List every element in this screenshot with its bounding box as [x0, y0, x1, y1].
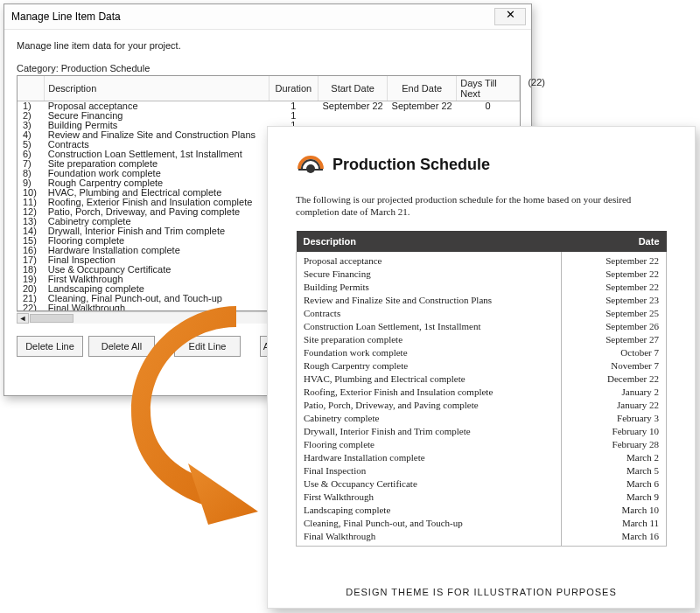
schedule-row: Secure FinancingSeptember 22: [297, 268, 667, 281]
cell-description: Use & Occupancy Certificate: [297, 477, 562, 491]
cell-description: Site preparation complete: [297, 333, 562, 346]
schedule-row: Final InspectionMarch 5: [297, 464, 667, 477]
cell-date: September 22: [562, 268, 667, 281]
cell-date: September 22: [562, 281, 667, 294]
cell-description: Hardware Installation complete: [297, 451, 562, 464]
cell-description: Secure Financing: [297, 268, 562, 281]
cell-date: January 22: [562, 399, 667, 412]
cell-description: Final Inspection: [297, 464, 562, 477]
schedule-row: Construction Loan Settlement, 1st Instal…: [297, 320, 667, 333]
col-description[interactable]: Description: [45, 76, 269, 101]
schedule-row: Foundation work completeOctober 7: [297, 346, 667, 359]
cell-date: January 2: [562, 386, 667, 399]
scroll-left-icon[interactable]: ◄: [17, 313, 29, 324]
cell-date: September 27: [562, 333, 667, 346]
cell-date: March 9: [562, 491, 667, 504]
schedule-row: Site preparation completeSeptember 27: [297, 333, 667, 346]
cell-description: Rough Carpentry complete: [297, 359, 562, 373]
schedule-row: Flooring completeFebruary 28: [297, 438, 667, 451]
col-start-date[interactable]: Start Date: [318, 76, 388, 101]
cell-description: Foundation work complete: [297, 346, 562, 359]
cell-number: 22): [18, 303, 45, 311]
cell-date: October 7: [562, 346, 667, 359]
row-count: (22): [528, 77, 545, 87]
delete-line-button[interactable]: Delete Line: [17, 336, 83, 357]
col-duration[interactable]: Duration: [269, 76, 318, 101]
cell-description: Building Permits: [297, 281, 562, 294]
schedule-row: Cabinetry completeFebruary 3: [297, 412, 667, 425]
logo-icon: [296, 151, 326, 178]
cell-date: November 7: [562, 359, 667, 373]
cell-date: February 28: [562, 438, 667, 451]
schedule-row: Final WalkthroughMarch 16: [297, 530, 667, 547]
schedule-row: ContractsSeptember 25: [297, 307, 667, 320]
cell-description: Review and Finalize Site and Constructio…: [297, 294, 562, 307]
cell-date: February 10: [562, 425, 667, 438]
dialog-titlebar: Manage Line Item Data ✕: [4, 4, 531, 30]
schedule-row: Hardware Installation completeMarch 2: [297, 451, 667, 464]
scroll-thumb[interactable]: [30, 314, 74, 323]
schedule-row: Landscaping completeMarch 10: [297, 504, 667, 517]
schedule-row: Roofing, Exterior Finish and Insulation …: [297, 386, 667, 399]
dialog-title: Manage Line Item Data: [11, 10, 121, 23]
close-icon[interactable]: ✕: [494, 8, 526, 25]
cell-date: December 22: [562, 373, 667, 386]
dialog-subtitle: Manage line item data for your project.: [17, 40, 521, 51]
category-label: Category: Production Schedule: [17, 63, 521, 73]
delete-all-button[interactable]: Delete All: [88, 336, 155, 357]
cell-description: Final Walkthrough: [297, 530, 562, 547]
schedule-row: Review and Finalize Site and Constructio…: [297, 294, 667, 307]
cell-days-till-next: 0: [457, 101, 520, 112]
cell-description: Construction Loan Settlement, 1st Instal…: [297, 320, 562, 333]
cell-description: First Walkthrough: [297, 491, 562, 504]
cell-date: March 11: [562, 517, 667, 530]
schedule-row: Cleaning, Final Punch-out, and Touch-upM…: [297, 517, 667, 530]
cell-description: Drywall, Interior Finish and Trim comple…: [297, 425, 562, 438]
document-title: Production Schedule: [332, 156, 490, 174]
schedule-row: Building PermitsSeptember 22: [297, 281, 667, 294]
col-days-till-next[interactable]: Days Till Next: [457, 76, 520, 101]
doc-col-description: Description: [297, 231, 562, 252]
cell-date: March 6: [562, 477, 667, 491]
col-end-date[interactable]: End Date: [388, 76, 457, 101]
document-intro: The following is our projected productio…: [296, 193, 667, 219]
cell-description: Landscaping complete: [297, 504, 562, 517]
col-number[interactable]: [18, 76, 45, 101]
cell-description: Cabinetry complete: [297, 412, 562, 425]
cell-description: HVAC, Plumbing and Electrical complete: [297, 373, 562, 386]
cell-description: Patio, Porch, Driveway, and Paving compl…: [297, 399, 562, 412]
cell-date: March 2: [562, 451, 667, 464]
cell-start-date: September 22: [318, 101, 388, 112]
cell-date: September 26: [562, 320, 667, 333]
cell-description: Proposal acceptance: [297, 252, 562, 268]
cell-date: March 10: [562, 504, 667, 517]
cell-date: September 25: [562, 307, 667, 320]
schedule-row: First WalkthroughMarch 9: [297, 491, 667, 504]
cell-description: Final Walkthrough: [45, 303, 269, 311]
schedule-row: Use & Occupancy CertificateMarch 6: [297, 477, 667, 491]
edit-line-button[interactable]: Edit Line: [174, 336, 241, 357]
svg-rect-1: [298, 169, 323, 171]
cell-end-date: [388, 111, 457, 121]
cell-start-date: [318, 111, 388, 121]
cell-date: February 3: [562, 412, 667, 425]
schedule-row: HVAC, Plumbing and Electrical completeDe…: [297, 373, 667, 386]
cell-date: March 5: [562, 464, 667, 477]
cell-description: Contracts: [297, 307, 562, 320]
cell-date: March 16: [562, 530, 667, 547]
cell-description: Roofing, Exterior Finish and Insulation …: [297, 386, 562, 399]
schedule-table: Description Date Proposal acceptanceSept…: [296, 231, 667, 547]
cell-date: September 23: [562, 294, 667, 307]
cell-description: Cleaning, Final Punch-out, and Touch-up: [297, 517, 562, 530]
cell-description: Flooring complete: [297, 438, 562, 451]
doc-col-date: Date: [562, 231, 667, 252]
document-preview: Production Schedule The following is our…: [267, 126, 696, 609]
cell-date: September 22: [562, 252, 667, 268]
document-footer: DESIGN THEME IS FOR ILLUSTRATION PURPOSE…: [268, 587, 695, 597]
schedule-row: Drywall, Interior Finish and Trim comple…: [297, 425, 667, 438]
schedule-row: Rough Carpentry completeNovember 7: [297, 359, 667, 373]
cell-days-till-next: [457, 111, 520, 121]
cell-end-date: September 22: [388, 101, 457, 112]
schedule-row: Patio, Porch, Driveway, and Paving compl…: [297, 399, 667, 412]
schedule-row: Proposal acceptanceSeptember 22: [297, 252, 667, 268]
